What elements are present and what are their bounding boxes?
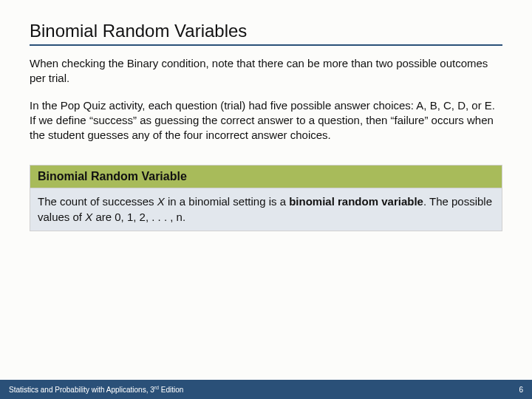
- intro-paragraph-1: When checking the Binary condition, note…: [30, 56, 502, 86]
- slide-title: Binomial Random Variables: [30, 21, 502, 46]
- footer-book-title: Statistics and Probability with Applicat…: [9, 385, 183, 394]
- footer-book-pre: Statistics and Probability with Applicat…: [9, 386, 154, 394]
- definition-text-pre: The count of successes: [38, 195, 157, 208]
- definition-header: Binomial Random Variable: [30, 165, 502, 188]
- footer-book-post: Edition: [159, 386, 183, 394]
- definition-text-post: are 0, 1, 2, . . . , n.: [92, 211, 185, 223]
- definition-body: The count of successes X in a binomial s…: [30, 188, 502, 231]
- definition-box: Binomial Random Variable The count of su…: [30, 165, 502, 231]
- definition-term: binomial random variable: [289, 195, 423, 208]
- definition-text-mid1: in a binomial setting is a: [165, 195, 289, 208]
- slide-footer: Statistics and Probability with Applicat…: [0, 380, 532, 399]
- footer-page-number: 6: [519, 386, 523, 394]
- definition-var-x-2: X: [85, 211, 92, 223]
- definition-var-x-1: X: [157, 195, 165, 208]
- intro-paragraph-2: In the Pop Quiz activity, each question …: [30, 98, 502, 143]
